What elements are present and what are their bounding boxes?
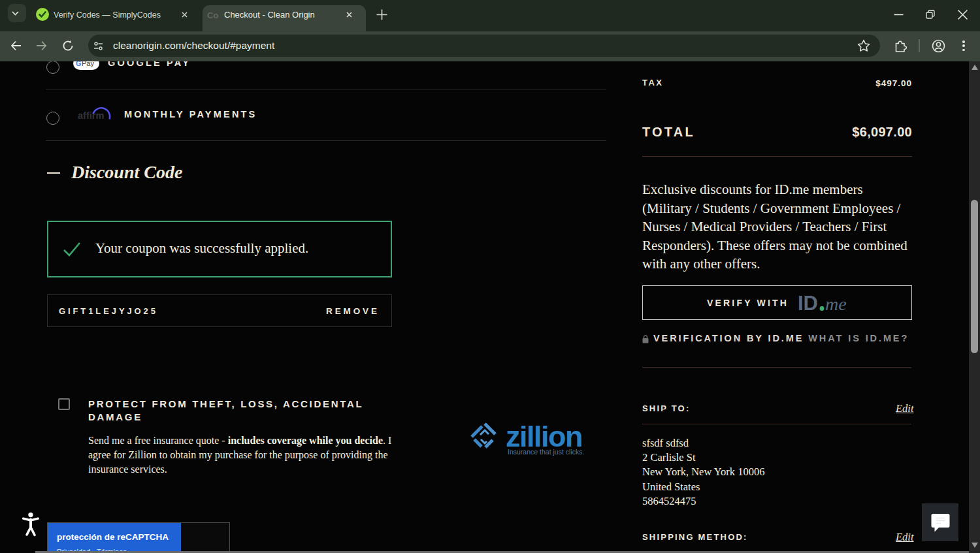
svg-text:Insurance that just clicks.: Insurance that just clicks. [508, 448, 584, 456]
svg-text:ID: ID [798, 292, 818, 315]
svg-text:me: me [825, 294, 847, 314]
svg-text:affirm: affirm [78, 110, 104, 121]
